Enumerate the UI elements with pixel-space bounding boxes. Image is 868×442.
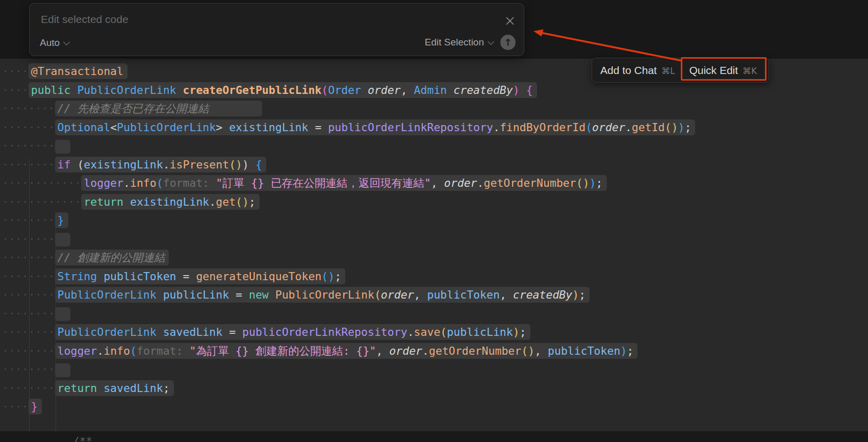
code-line[interactable]: ········} — [2, 211, 695, 230]
code-token: ( — [157, 177, 163, 189]
code-line[interactable]: ········ — [2, 137, 695, 156]
code-line[interactable]: ····} — [2, 398, 695, 416]
code-line[interactable]: ········ — [2, 305, 695, 324]
code-line[interactable]: ········PublicOrderLink publicLink = new… — [2, 286, 695, 305]
selected-code-segment: return savedLink; — [55, 380, 174, 396]
selection-context-menu: Add to Chat ⌘L Quick Edit ⌘K — [592, 58, 769, 83]
code-token: ( — [321, 84, 328, 96]
indent-whitespace: ········ — [2, 363, 55, 376]
code-token: () — [521, 345, 534, 357]
code-token: existingLink — [229, 121, 315, 134]
code-token: . — [422, 345, 429, 357]
code-line[interactable]: ········// 創建新的公開連結 — [2, 249, 695, 267]
code-token: return — [58, 382, 104, 395]
code-token: logger — [58, 345, 97, 357]
code-line[interactable]: ············logger.info(format: "訂單 {} 已… — [2, 174, 695, 193]
code-token: existingLink — [130, 195, 209, 208]
code-line[interactable]: ····public PublicOrderLink createOrGetPu… — [2, 81, 695, 100]
indent-whitespace: ········ — [2, 270, 55, 283]
code-line[interactable]: ············return existingLink.get(); — [2, 193, 695, 212]
quick-edit-button[interactable]: Quick Edit ⌘K — [689, 64, 757, 77]
code-token: , — [401, 84, 414, 96]
code-token: PublicOrderLink — [58, 326, 163, 338]
selected-code-segment: // 創建新的公開連結 — [55, 250, 169, 265]
selected-code-segment — [55, 363, 70, 377]
code-token: findByOrderId — [500, 121, 585, 134]
code-token: ) — [678, 121, 684, 134]
add-to-chat-label: Add to Chat — [600, 64, 657, 77]
indent-whitespace: ········ — [2, 251, 55, 264]
edit-mode-label: Edit Selection — [425, 37, 484, 48]
code-line[interactable]: ········if (existingLink.isPresent()) { — [2, 156, 695, 175]
code-block[interactable]: ····@Transactional····public PublicOrder… — [2, 62, 695, 416]
code-token: } — [58, 214, 64, 227]
code-token: savedLink — [104, 382, 163, 395]
code-token: Admin — [414, 84, 454, 96]
code-token: publicToken — [104, 270, 183, 283]
code-token: . — [493, 121, 500, 134]
code-token: // 創建新的公開連結 — [58, 251, 165, 264]
code-line[interactable]: ········ — [2, 360, 695, 379]
code-token: createdBy — [513, 288, 573, 301]
model-selector-dropdown[interactable]: Auto — [40, 37, 69, 48]
submit-button[interactable]: ↑ — [500, 35, 516, 50]
code-token: ; — [627, 345, 633, 357]
code-token: order — [368, 84, 401, 96]
selected-code-segment: String publicToken = generateUniqueToken… — [55, 268, 346, 284]
code-token: info — [130, 177, 157, 189]
code-token: savedLink — [163, 326, 229, 338]
code-token: ( — [440, 326, 447, 338]
code-token: () — [321, 270, 335, 283]
code-line[interactable]: ········logger.info(format: "為訂單 {} 創建新的… — [2, 342, 695, 361]
selected-code-segment — [55, 307, 70, 321]
code-line[interactable]: ········String publicToken = generateUni… — [2, 267, 695, 286]
editor-bottom-strip — [0, 431, 868, 442]
code-token: order — [444, 177, 477, 189]
edit-mode-dropdown[interactable]: Edit Selection — [425, 37, 493, 48]
code-token: . — [97, 345, 104, 357]
code-line[interactable]: ········Optional<PublicOrderLink> existi… — [2, 118, 695, 137]
arrow-up-icon: ↑ — [504, 37, 512, 48]
code-token — [520, 84, 526, 96]
code-line[interactable]: ········ — [2, 230, 695, 249]
code-token: . — [407, 326, 414, 338]
code-token: return — [84, 195, 130, 208]
selected-code-segment: return existingLink.get(); — [81, 194, 260, 210]
indent-whitespace: ········ — [2, 139, 55, 152]
code-token: PublicOrderLink — [275, 288, 374, 301]
prompt-input[interactable] — [40, 13, 460, 26]
code-line[interactable]: ········// 先檢查是否已存在公開連結 — [2, 100, 695, 118]
code-token: , — [376, 345, 389, 357]
code-token: () — [229, 158, 242, 171]
code-token: . — [163, 158, 170, 171]
code-line[interactable]: ········PublicOrderLink savedLink = publ… — [2, 323, 695, 342]
code-line[interactable]: ········return savedLink; — [2, 379, 695, 398]
code-token: ; — [596, 177, 603, 189]
selected-code-segment: logger.info(format: "訂單 {} 已存在公開連結，返回現有連… — [81, 175, 606, 191]
code-token: "訂單 {} 已存在公開連結，返回現有連結" — [216, 177, 431, 189]
code-token: existingLink — [84, 158, 163, 171]
selected-code-segment: PublicOrderLink publicLink = new PublicO… — [55, 287, 590, 303]
selected-code-segment: logger.info(format: "為訂單 {} 創建新的公開連結: {}… — [55, 343, 638, 359]
code-token: new — [249, 288, 275, 301]
add-to-chat-button[interactable]: Add to Chat ⌘L — [600, 64, 675, 77]
clipped-code-fragment: /** — [73, 435, 92, 442]
code-token: if — [58, 158, 78, 171]
code-token: ( — [77, 158, 84, 171]
close-icon[interactable] — [503, 14, 517, 28]
code-token: > — [216, 121, 229, 134]
code-token: ) — [572, 288, 579, 301]
code-token: < — [110, 121, 117, 134]
inline-edit-dialog: Auto Edit Selection ↑ — [29, 3, 524, 56]
code-token: publicToken — [427, 288, 499, 301]
indent-whitespace: ········ — [2, 214, 55, 227]
code-token: = — [236, 288, 249, 301]
code-token: // 先檢查是否已存在公開連結 — [58, 102, 209, 115]
code-token: createdBy — [453, 84, 513, 96]
code-token: PublicOrderLink — [117, 121, 216, 134]
indent-whitespace: ········ — [2, 345, 55, 357]
code-token: ) — [513, 326, 520, 338]
code-token: , — [431, 177, 444, 189]
indent-whitespace: ········ — [2, 326, 55, 338]
code-token: ) — [590, 177, 596, 189]
